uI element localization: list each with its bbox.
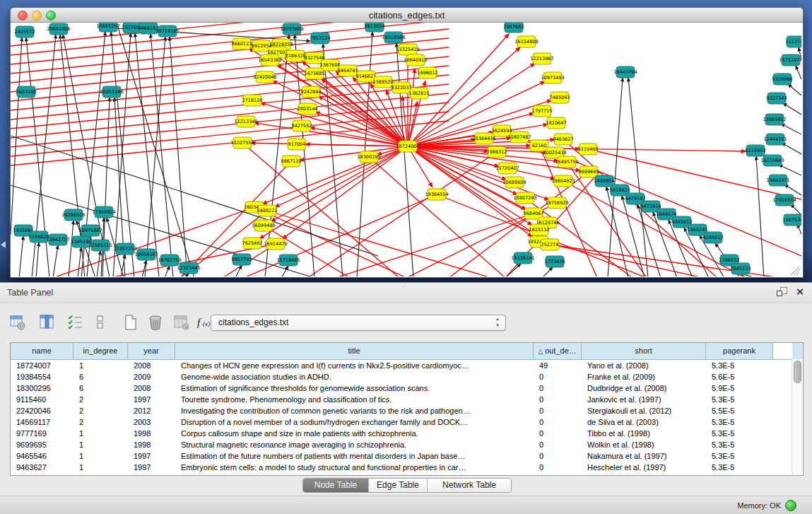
graph-node[interactable]: 252274 bbox=[541, 239, 559, 250]
graph-node[interactable]: 2718120 bbox=[242, 95, 263, 106]
column-visibility-button[interactable] bbox=[38, 313, 57, 332]
splitter-grip[interactable]: ⋰ bbox=[402, 284, 411, 287]
network-canvas[interactable]: 1872400786601238912954182260581627503818… bbox=[11, 23, 801, 276]
graph-node[interactable]: 8660123 bbox=[232, 38, 252, 49]
graph-node[interactable]: 9329966 bbox=[772, 74, 793, 85]
graph-node[interactable]: 16099489 bbox=[252, 220, 275, 231]
graph-node[interactable]: 10719185 bbox=[155, 25, 179, 37]
graph-node[interactable]: 16543382 bbox=[258, 54, 281, 66]
graph-node[interactable]: 10975887 bbox=[78, 225, 102, 236]
network-view-window[interactable]: citations_edges.txt 18724007866012389129… bbox=[10, 7, 804, 278]
table-row[interactable]: 1938455462009Genome-wide association stu… bbox=[11, 371, 803, 382]
graph-node[interactable]: 8454743 bbox=[338, 65, 358, 76]
graph-node[interactable]: 19384554 bbox=[425, 189, 448, 200]
graph-node[interactable]: 15718485 bbox=[276, 255, 300, 266]
graph-node[interactable]: 8427552 bbox=[292, 120, 312, 132]
graph-node[interactable]: 1615132 bbox=[529, 224, 550, 235]
graph-node[interactable]: 1675685 bbox=[305, 68, 325, 79]
table-row[interactable]: 946362711997Embryonic stem cells: a mode… bbox=[11, 462, 803, 473]
table-selector-dropdown[interactable]: citations_edges.txt ▲▼ bbox=[211, 315, 506, 331]
new-file-button[interactable] bbox=[122, 313, 140, 332]
graph-node[interactable]: 10958187 bbox=[134, 249, 158, 260]
panel-collapse-arrow-icon[interactable] bbox=[1, 241, 6, 248]
graph-node[interactable]: 1610647 bbox=[546, 117, 567, 129]
graph-node[interactable]: 9245012 bbox=[703, 232, 724, 243]
graph-node[interactable]: 17957253 bbox=[113, 243, 136, 255]
graph-node[interactable]: 12213967 bbox=[530, 53, 553, 64]
graph-node[interactable]: 18724007 bbox=[396, 141, 419, 152]
column-header-pagerank[interactable]: pagerank bbox=[706, 343, 773, 359]
graph-node[interactable]: 13325419 bbox=[396, 44, 419, 55]
graph-node[interactable]: 12213349 bbox=[234, 116, 257, 127]
rows-button[interactable] bbox=[91, 313, 110, 332]
graph-node[interactable]: 10807487 bbox=[507, 132, 531, 143]
graph-node[interactable]: 17016504 bbox=[772, 194, 796, 206]
graph-node[interactable]: 13942757 bbox=[46, 234, 69, 245]
graph-node[interactable]: 2405572 bbox=[15, 26, 35, 37]
graph-node[interactable]: 16033809 bbox=[280, 23, 303, 35]
graph-node[interactable]: 16495759 bbox=[555, 156, 578, 168]
graph-node[interactable]: 18807293 bbox=[513, 192, 536, 204]
graph-node[interactable]: 15692971 bbox=[766, 175, 789, 186]
graph-node[interactable]: 9242844 bbox=[301, 86, 322, 98]
graph-node[interactable]: 9115460 bbox=[578, 144, 599, 155]
graph-node[interactable]: 16210643 bbox=[760, 155, 784, 166]
graph-node[interactable]: 9857791 bbox=[232, 254, 252, 265]
window-titlebar[interactable]: citations_edges.txt bbox=[11, 8, 803, 23]
table-options-button[interactable] bbox=[8, 313, 27, 332]
graph-node[interactable]: 19756928 bbox=[545, 197, 568, 209]
graph-node[interactable]: 917004 bbox=[288, 139, 306, 150]
graph-node[interactable]: 10688609 bbox=[502, 177, 526, 188]
graph-node[interactable]: 2803144 bbox=[298, 103, 318, 115]
table-row[interactable]: 911546021997Tourette syndrome. Phenomeno… bbox=[11, 394, 803, 405]
graph-node[interactable]: 20691406 bbox=[47, 23, 70, 35]
vertical-scrollbar[interactable] bbox=[792, 359, 803, 474]
graph-node[interactable]: 7986312 bbox=[487, 146, 507, 158]
graph-node[interactable]: 20364436 bbox=[472, 133, 495, 144]
memory-status-indicator[interactable] bbox=[785, 500, 796, 511]
table-row[interactable]: 1830029562008Estimation of significance … bbox=[11, 382, 803, 394]
graph-node[interactable]: 7857224 bbox=[310, 33, 331, 44]
graph-node[interactable]: 12505115 bbox=[88, 240, 112, 251]
graph-node[interactable]: 16640910 bbox=[404, 54, 427, 66]
graph-node[interactable]: 1696012 bbox=[418, 67, 438, 78]
graph-node[interactable]: 1733426 bbox=[545, 256, 565, 267]
graph-node[interactable]: 2087682 bbox=[504, 23, 524, 33]
table-row[interactable]: 1456911722003Disruption of a novel membe… bbox=[11, 416, 803, 428]
scrollbar-thumb[interactable] bbox=[794, 361, 801, 383]
graph-node[interactable]: 15720407 bbox=[495, 163, 519, 174]
graph-node[interactable]: 20053346 bbox=[100, 86, 123, 98]
graph-node[interactable]: 20206526 bbox=[61, 209, 85, 221]
graph-node[interactable]: 8215953 bbox=[746, 145, 766, 156]
graph-node[interactable]: 19218586 bbox=[382, 32, 405, 43]
float-panel-icon[interactable] bbox=[777, 287, 788, 297]
import-table-button[interactable]: ✕ bbox=[172, 313, 191, 332]
tab-edge-table[interactable]: Edge Table bbox=[369, 479, 428, 492]
column-header-title[interactable]: title bbox=[175, 343, 534, 359]
graph-node[interactable]: 7485063 bbox=[550, 92, 570, 103]
graph-node[interactable]: 12093852 bbox=[763, 114, 786, 125]
graph-node[interactable]: 18107554 bbox=[230, 137, 254, 148]
graph-node[interactable]: 12444151 bbox=[763, 134, 787, 145]
window-resize-grip[interactable] bbox=[791, 267, 799, 275]
graph-node[interactable]: 16782759 bbox=[158, 255, 181, 266]
graph-node[interactable]: 9227343 bbox=[767, 93, 787, 104]
table-row[interactable]: 1872400712008Changes of HCN gene express… bbox=[11, 360, 803, 371]
graph-node[interactable]: 1167534 bbox=[783, 214, 801, 226]
column-header-out_de[interactable]: △out_de… bbox=[534, 343, 582, 359]
table-row[interactable]: 2242004622012Investigating the contribut… bbox=[11, 405, 803, 416]
graph-node[interactable]: 2603100 bbox=[16, 86, 37, 98]
column-header-name[interactable]: name bbox=[11, 343, 73, 359]
graph-node[interactable]: 16914479 bbox=[264, 238, 287, 250]
graph-node[interactable]: 8813054 bbox=[365, 23, 385, 32]
column-header-short[interactable]: short bbox=[582, 343, 706, 359]
graph-node[interactable]: 16443794 bbox=[613, 66, 637, 78]
graph-node[interactable]: 1797715 bbox=[532, 105, 553, 117]
graph-node[interactable]: 10655257 bbox=[96, 23, 119, 32]
graph-node[interactable]: 19654923 bbox=[551, 175, 575, 187]
graph-node[interactable]: 15136141 bbox=[511, 252, 534, 264]
node-table[interactable]: namein_degreeyeartitle△out_de…shortpager… bbox=[10, 342, 804, 476]
column-checklist-button[interactable]: ✔ ✔ ✔ bbox=[66, 313, 85, 332]
graph-node[interactable]: 16154808 bbox=[514, 36, 538, 47]
column-header-in_degree[interactable]: in_degree bbox=[73, 343, 128, 359]
